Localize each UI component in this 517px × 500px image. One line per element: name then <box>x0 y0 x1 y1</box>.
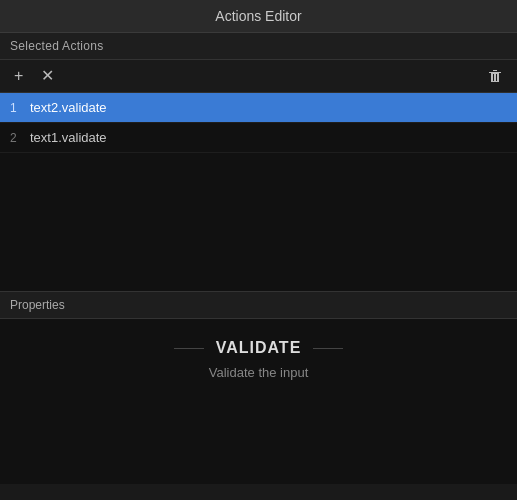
properties-content: VALIDATE Validate the input <box>0 319 517 484</box>
trash-icon <box>487 68 503 84</box>
left-divider <box>174 348 204 349</box>
toolbar: + ✕ <box>0 60 517 93</box>
add-action-button[interactable]: + <box>10 66 27 86</box>
validate-description: Validate the input <box>209 365 309 380</box>
action-row[interactable]: 2 text1.validate <box>0 123 517 153</box>
delete-action-button[interactable] <box>483 66 507 86</box>
action-index: 2 <box>10 131 30 145</box>
action-name: text2.validate <box>30 100 107 115</box>
selected-actions-header: Selected Actions <box>0 33 517 60</box>
title-text: Actions Editor <box>215 8 301 24</box>
validate-section: VALIDATE Validate the input <box>16 339 501 380</box>
actions-list: 1 text2.validate 2 text1.validate <box>0 93 517 291</box>
action-row[interactable]: 1 text2.validate <box>0 93 517 123</box>
remove-action-button[interactable]: ✕ <box>37 66 58 86</box>
title-bar: Actions Editor <box>0 0 517 33</box>
action-index: 1 <box>10 101 30 115</box>
validate-title-row: VALIDATE <box>174 339 344 357</box>
properties-header: Properties <box>0 291 517 319</box>
action-name: text1.validate <box>30 130 107 145</box>
right-divider <box>313 348 343 349</box>
validate-title: VALIDATE <box>216 339 302 357</box>
